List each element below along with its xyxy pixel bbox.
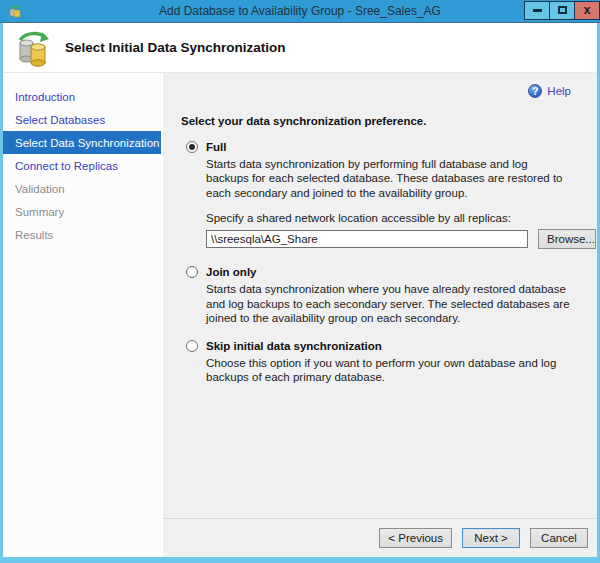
sidebar-item-label: Results [15, 229, 53, 241]
sidebar-item-label: Summary [15, 206, 64, 218]
wizard-header: Select Initial Data Synchronization [3, 23, 597, 73]
close-button[interactable]: x [574, 1, 600, 20]
sidebar-item-summary: Summary [3, 200, 161, 223]
sidebar-item-connect-to-replicas[interactable]: Connect to Replicas [3, 154, 161, 177]
share-location-label: Specify a shared network location access… [206, 212, 571, 224]
minimize-icon [533, 9, 542, 12]
join-only-description: Starts data synchronization where you ha… [206, 282, 571, 325]
sidebar-item-results: Results [3, 223, 161, 246]
radio-option-full[interactable]: Full [186, 141, 571, 153]
sidebar-item-label: Select Data Synchronization [15, 137, 159, 149]
maximize-button[interactable] [549, 1, 575, 20]
minimize-button[interactable] [524, 1, 550, 20]
preference-heading: Select your data synchronization prefere… [181, 115, 571, 127]
radio-label-full: Full [206, 141, 226, 153]
main-panel: ? Help Select your data synchronization … [163, 73, 597, 518]
sidebar-item-label: Select Databases [15, 114, 105, 126]
help-row: ? Help [181, 84, 571, 98]
radio-icon-join-only[interactable] [186, 266, 198, 278]
radio-icon-skip-sync[interactable] [186, 340, 198, 352]
page-title: Select Initial Data Synchronization [65, 40, 286, 55]
content-column: ? Help Select your data synchronization … [163, 73, 597, 557]
help-label: Help [547, 85, 571, 97]
sidebar-item-select-databases[interactable]: Select Databases [3, 108, 161, 131]
footer-button-bar: < Previous Next > Cancel [163, 518, 597, 557]
cancel-button[interactable]: Cancel [530, 528, 588, 548]
radio-icon-full[interactable] [186, 141, 198, 153]
database-sync-icon [15, 30, 53, 68]
help-link[interactable]: ? Help [528, 84, 571, 98]
wizard-window: Add Database to Availability Group - Sre… [0, 0, 600, 563]
radio-option-skip-sync[interactable]: Skip initial data synchronization [186, 340, 571, 352]
sidebar-item-label: Connect to Replicas [15, 160, 118, 172]
radio-option-join-only[interactable]: Join only [186, 266, 571, 278]
sidebar-item-label: Introduction [15, 91, 75, 103]
sidebar-item-introduction[interactable]: Introduction [3, 85, 161, 108]
radio-label-join-only: Join only [206, 266, 256, 278]
sidebar-item-select-data-synchronization[interactable]: Select Data Synchronization [3, 131, 161, 154]
sidebar-item-label: Validation [15, 183, 65, 195]
share-location-row: Browse... [206, 229, 571, 249]
sidebar-item-validation: Validation [3, 177, 161, 200]
maximize-icon [558, 6, 567, 14]
wizard-body: Introduction Select Databases Select Dat… [3, 73, 597, 557]
next-button[interactable]: Next > [462, 528, 520, 548]
close-icon: x [584, 4, 591, 16]
radio-label-skip-sync: Skip initial data synchronization [206, 340, 382, 352]
full-description: Starts data synchronization by performin… [206, 157, 571, 200]
wizard-steps-sidebar: Introduction Select Databases Select Dat… [3, 73, 163, 557]
window-title: Add Database to Availability Group - Sre… [0, 4, 600, 18]
browse-button[interactable]: Browse... [538, 229, 596, 249]
skip-sync-description: Choose this option if you want to perfor… [206, 356, 571, 385]
previous-button[interactable]: < Previous [379, 528, 452, 548]
help-icon: ? [528, 84, 542, 98]
titlebar: Add Database to Availability Group - Sre… [0, 0, 600, 23]
share-location-input[interactable] [206, 230, 528, 248]
window-controls: x [525, 1, 600, 20]
